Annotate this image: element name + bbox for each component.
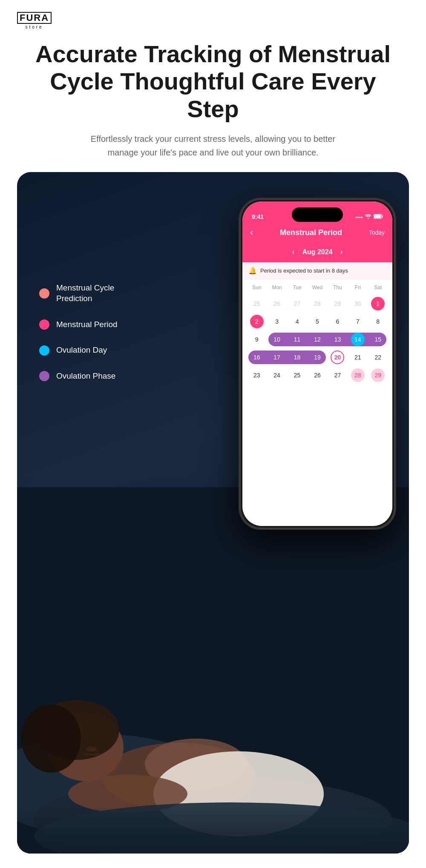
cal-cell-5[interactable]: 5 [307, 313, 327, 331]
cal-cell-3[interactable]: 3 [267, 313, 287, 331]
cal-cell-25[interactable]: 25 [287, 366, 307, 384]
cal-cell-27[interactable]: 27 [328, 366, 348, 384]
calendar-week-3: 9 10 11 12 13 14 15 [247, 331, 388, 348]
cal-cell-30-july[interactable]: 30 [348, 295, 368, 313]
cal-cell-7[interactable]: 7 [348, 313, 368, 331]
notice-text: Period is expected to start in 8 days [260, 267, 348, 274]
main-section: Menstrual Cycle Prediction Menstrual Per… [17, 172, 409, 854]
calendar-week-2: 2 3 4 5 6 7 8 [247, 313, 388, 331]
cal-cell-21[interactable]: 21 [348, 348, 368, 366]
cal-cell-19[interactable]: 19 [307, 348, 327, 366]
svg-rect-13 [17, 734, 409, 854]
today-button[interactable]: Today [369, 229, 385, 236]
phone-frame: 9:41 ▪▪▪▪ ‹ Menstrual Period [239, 198, 396, 530]
calendar: Sun Mon Tue Wed Thu Fri Sat 25 26 [242, 279, 392, 388]
legend-label-menstrual-period: Menstrual Period [56, 319, 118, 330]
cal-cell-29[interactable]: 29 [368, 366, 388, 384]
cal-cell-27-july[interactable]: 27 [287, 295, 307, 313]
day-fri: Fri [348, 283, 368, 292]
legend-dot-ovulation-day [39, 345, 49, 356]
cal-cell-12[interactable]: 12 [307, 331, 327, 348]
day-sun: Sun [247, 283, 267, 292]
legend-item-ovulation-phase: Ovulation Phase [39, 371, 124, 382]
cal-cell-17[interactable]: 17 [267, 348, 287, 366]
cal-cell-8[interactable]: 8 [368, 313, 388, 331]
wifi-icon [365, 214, 371, 220]
logo-store: store [17, 25, 52, 29]
legend-dot-ovulation-phase [39, 371, 49, 381]
svg-rect-16 [374, 215, 381, 218]
app-body: 🔔 Period is expected to start in 8 days … [242, 262, 392, 388]
legend-label-ovulation-phase: Ovulation Phase [56, 371, 115, 382]
cal-cell-18[interactable]: 18 [287, 348, 307, 366]
cal-cell-6[interactable]: 6 [328, 313, 348, 331]
cal-cell-29-july[interactable]: 29 [328, 295, 348, 313]
legend-item-menstrual-period: Menstrual Period [39, 319, 124, 330]
month-label: Aug 2024 [302, 248, 332, 256]
cal-cell-14[interactable]: 14 [348, 331, 368, 348]
legend-dot-menstrual-cycle [39, 288, 49, 299]
cal-cell-1[interactable]: 1 [368, 295, 388, 313]
calendar-week-1: 25 26 27 28 29 30 1 [247, 295, 388, 313]
back-button[interactable]: ‹ [250, 227, 253, 238]
cal-cell-9[interactable]: 9 [247, 331, 267, 348]
battery-icon [374, 214, 383, 220]
notice-icon: 🔔 [248, 267, 257, 275]
month-nav: ‹ Aug 2024 › [242, 245, 392, 262]
hero-title: Accurate Tracking of Menstrual Cycle Tho… [26, 40, 400, 123]
cal-cell-4[interactable]: 4 [287, 313, 307, 331]
hero-section: Accurate Tracking of Menstrual Cycle Tho… [0, 36, 426, 172]
cal-cell-23[interactable]: 23 [247, 366, 267, 384]
cal-cell-10[interactable]: 10 [267, 331, 287, 348]
prev-month-button[interactable]: ‹ [292, 247, 294, 256]
cal-cell-28-july[interactable]: 28 [307, 295, 327, 313]
calendar-week-5: 23 24 25 26 27 28 29 [247, 366, 388, 384]
legend: Menstrual Cycle Prediction Menstrual Per… [39, 283, 124, 381]
cal-cell-15[interactable]: 15 [368, 331, 388, 348]
legend-label-ovulation-day: Ovulation Day [56, 345, 107, 356]
hero-subtitle: Effortlessly track your current stress l… [85, 132, 341, 159]
legend-dot-menstrual-period [39, 319, 49, 330]
app-title: Menstrual Period [280, 228, 342, 237]
svg-rect-15 [382, 216, 383, 218]
cal-cell-22[interactable]: 22 [368, 348, 388, 366]
phone-screen: 9:41 ▪▪▪▪ ‹ Menstrual Period [242, 201, 392, 526]
day-tue: Tue [287, 283, 307, 292]
cal-cell-25-july[interactable]: 25 [247, 295, 267, 313]
notice-bar: 🔔 Period is expected to start in 8 days [242, 262, 392, 279]
day-wed: Wed [307, 283, 327, 292]
header: FURA store [0, 0, 426, 36]
status-time: 9:41 [252, 213, 264, 220]
dynamic-island [292, 207, 343, 222]
woman-silhouette [17, 487, 409, 854]
next-month-button[interactable]: › [340, 247, 343, 256]
cal-cell-16[interactable]: 16 [247, 348, 267, 366]
status-icons: ▪▪▪▪ [355, 214, 383, 220]
cal-cell-28[interactable]: 28 [348, 366, 368, 384]
legend-item-menstrual-cycle: Menstrual Cycle Prediction [39, 283, 124, 304]
signal-icon: ▪▪▪▪ [355, 214, 363, 220]
cal-cell-2[interactable]: 2 [247, 313, 267, 331]
cal-cell-20-today[interactable]: 20 [328, 348, 348, 366]
cal-cell-26[interactable]: 26 [307, 366, 327, 384]
day-sat: Sat [368, 283, 388, 292]
calendar-week-4: 16 17 18 19 20 21 22 [247, 348, 388, 366]
day-thu: Thu [328, 283, 348, 292]
cal-cell-13[interactable]: 13 [328, 331, 348, 348]
logo-fura: FURA [17, 12, 52, 24]
phone-mockup: 9:41 ▪▪▪▪ ‹ Menstrual Period [239, 198, 396, 530]
app-header: ‹ Menstrual Period Today [242, 224, 392, 245]
cal-cell-26-july[interactable]: 26 [267, 295, 287, 313]
day-mon: Mon [267, 283, 287, 292]
calendar-header: Sun Mon Tue Wed Thu Fri Sat [247, 283, 388, 292]
cal-cell-24[interactable]: 24 [267, 366, 287, 384]
legend-item-ovulation-day: Ovulation Day [39, 345, 124, 356]
legend-label-menstrual-cycle: Menstrual Cycle Prediction [56, 283, 124, 304]
logo: FURA store [17, 12, 52, 29]
cal-cell-11[interactable]: 11 [287, 331, 307, 348]
